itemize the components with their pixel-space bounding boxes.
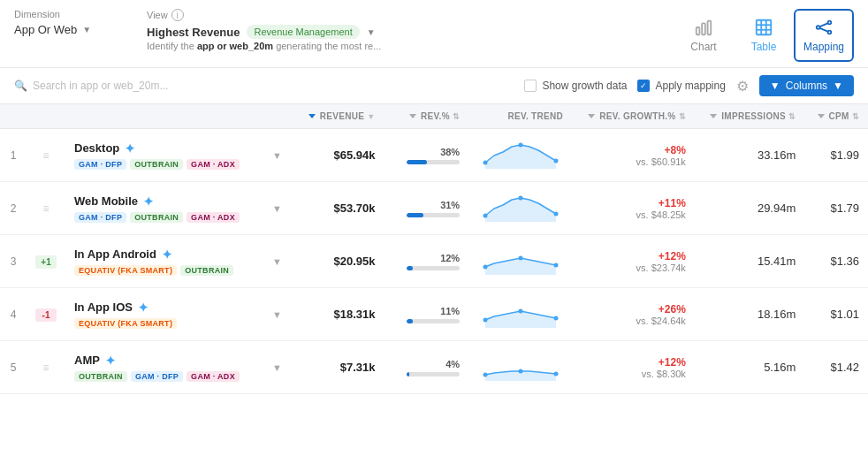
mapping-icon: ✦	[125, 141, 135, 156]
apply-mapping-row[interactable]: ✓ Apply mapping	[637, 80, 725, 92]
svg-point-23	[518, 256, 522, 261]
tags: EQUATIV (FKA SMART)OUTBRAIN	[74, 265, 251, 276]
revenue-cell: $65.94k	[294, 129, 385, 182]
expand-cell[interactable]: ▼	[260, 235, 294, 288]
expand-btn[interactable]: ▼	[269, 148, 286, 163]
growth-pct: +26%	[581, 303, 686, 316]
mapping-icon: ✦	[138, 300, 148, 315]
show-growth-row[interactable]: Show growth data	[524, 80, 627, 92]
chart-mode-btn[interactable]: Chart	[674, 9, 734, 62]
th-revenue[interactable]: Revenue ▼	[294, 104, 385, 129]
impressions-cell: 29.94m	[695, 182, 804, 235]
table-header: Revenue ▼ Rev.% ⇅ Rev. Trend	[0, 104, 868, 129]
impressions-cell: 33.16m	[695, 129, 804, 182]
expand-btn[interactable]: ▼	[269, 361, 286, 375]
name-cell: In App IOS ✦ EQUATIV (FKA SMART)	[65, 288, 260, 341]
apply-mapping-checkbox[interactable]: ✓	[637, 80, 650, 92]
svg-marker-17	[485, 198, 556, 222]
expand-cell[interactable]: ▼	[260, 288, 294, 341]
svg-point-18	[483, 214, 487, 218]
th-impressions[interactable]: Impressions ⇅	[695, 104, 804, 129]
growth-cell: +12% vs. $8.30k	[572, 341, 695, 394]
view-section: View i Highest Revenue Revenue Managemen…	[147, 9, 656, 51]
pct-bar-bg	[407, 213, 460, 217]
name-cell: AMP ✦ OUTBRAINGAM · DFPGAM · ADX	[65, 341, 260, 394]
tags: GAM · DFPOUTBRAINGAM · ADX	[74, 159, 251, 170]
th-cpm[interactable]: CPM ⇅	[804, 104, 868, 129]
th-name	[65, 104, 260, 129]
mapping-mode-btn[interactable]: Mapping	[794, 9, 854, 62]
tag: GAM · ADX	[187, 371, 240, 382]
pct-bar-fill	[407, 319, 413, 323]
expand-btn[interactable]: ▼	[269, 308, 286, 322]
growth-pct: +8%	[581, 144, 686, 156]
search-icon: 🔍	[14, 80, 27, 92]
top-bar: Dimension App Or Web ▼ View i Highest Re…	[0, 0, 868, 68]
table-row: 2 ≡ Web Mobile ✦ GAM · DFPOUTBRAINGAM · …	[0, 182, 868, 235]
impressions-cell: 15.41m	[695, 235, 804, 288]
tags: EQUATIV (FKA SMART)	[74, 318, 251, 329]
rank-cell: 5	[0, 341, 27, 394]
impressions-cell: 18.16m	[695, 288, 804, 341]
trend-cell	[468, 288, 572, 341]
rank-change-cell: +1	[27, 235, 65, 288]
rank-change-cell: ≡	[27, 182, 65, 235]
growth-pct: +12%	[581, 356, 686, 369]
show-growth-checkbox[interactable]	[524, 80, 537, 92]
expand-cell[interactable]: ▼	[260, 129, 294, 182]
toolbar: 🔍 Search in app or web_20m... Show growt…	[0, 68, 868, 104]
mapping-icon: ✦	[105, 354, 116, 368]
svg-point-16	[553, 159, 558, 164]
info-icon[interactable]: i	[171, 9, 184, 21]
name-cell: In App Android ✦ EQUATIV (FKA SMART)OUTB…	[65, 235, 260, 288]
pct-label: 31%	[440, 200, 460, 210]
pct-bar-fill	[407, 160, 427, 164]
tags: GAM · DFPOUTBRAINGAM · ADX	[74, 212, 251, 223]
svg-marker-21	[485, 258, 556, 275]
name-cell: Web Mobile ✦ GAM · DFPOUTBRAINGAM · ADX	[65, 182, 260, 235]
dimension-section: Dimension App Or Web ▼	[14, 9, 129, 36]
th-rev-pct[interactable]: Rev.% ⇅	[385, 104, 469, 129]
expand-cell[interactable]: ▼	[260, 341, 294, 394]
rev-pct-cell: 12%	[385, 235, 469, 288]
impressions-sort-icon: ⇅	[788, 112, 796, 121]
th-expand	[260, 104, 294, 129]
table-mode-btn[interactable]: Table	[734, 9, 794, 62]
trend-cell	[468, 182, 572, 235]
tag: GAM · DFP	[131, 371, 183, 382]
th-rev-growth[interactable]: Rev. Growth.% ⇅	[572, 104, 695, 129]
tag: EQUATIV (FKA SMART)	[74, 318, 177, 329]
view-header-top: Highest Revenue Revenue Management ▼	[147, 25, 381, 39]
rank-cell: 4	[0, 288, 27, 341]
tags: OUTBRAINGAM · DFPGAM · ADX	[74, 371, 251, 382]
search-box[interactable]: 🔍 Search in app or web_20m...	[14, 80, 191, 92]
view-content: Highest Revenue Revenue Management ▼ Ide…	[147, 25, 656, 51]
columns-button[interactable]: ▼ Columns ▼	[759, 75, 854, 96]
table-row: 1 ≡ Desktop ✦ GAM · DFPOUTBRAINGAM · ADX…	[0, 129, 868, 182]
dimension-dropdown[interactable]: App Or Web ▼	[14, 23, 129, 36]
view-title-block[interactable]: Highest Revenue Revenue Management ▼ Ide…	[147, 25, 656, 51]
cpm-cell: $1.79	[804, 182, 868, 235]
svg-point-31	[518, 369, 522, 374]
toolbar-right: Show growth data ✓ Apply mapping ⚙ ▼ Col…	[524, 75, 854, 96]
row-name: Desktop ✦	[74, 141, 251, 156]
expand-btn[interactable]: ▼	[269, 202, 286, 216]
expand-cell[interactable]: ▼	[260, 182, 294, 235]
rank-same-icon: ≡	[42, 202, 49, 215]
dimension-value: App Or Web	[14, 23, 77, 36]
revenue-cell: $53.70k	[294, 182, 385, 235]
svg-point-8	[817, 26, 820, 29]
view-modes: Chart Table Mapping	[674, 9, 854, 62]
th-rev-trend: Rev. Trend	[468, 104, 572, 129]
search-placeholder: Search in app or web_20m...	[33, 80, 168, 92]
svg-marker-13	[485, 145, 556, 169]
pct-label: 11%	[440, 306, 460, 316]
rank-same-icon: ≡	[42, 361, 49, 374]
view-subtitle: Identify the app or web_20m generating t…	[147, 41, 381, 51]
dimension-label: Dimension	[14, 9, 129, 19]
pct-label: 12%	[440, 253, 460, 263]
gear-icon[interactable]: ⚙	[736, 78, 749, 95]
expand-btn[interactable]: ▼	[269, 255, 286, 269]
table-row: 5 ≡ AMP ✦ OUTBRAINGAM · DFPGAM · ADX ▼ $…	[0, 341, 868, 394]
tag: GAM · ADX	[187, 159, 240, 170]
